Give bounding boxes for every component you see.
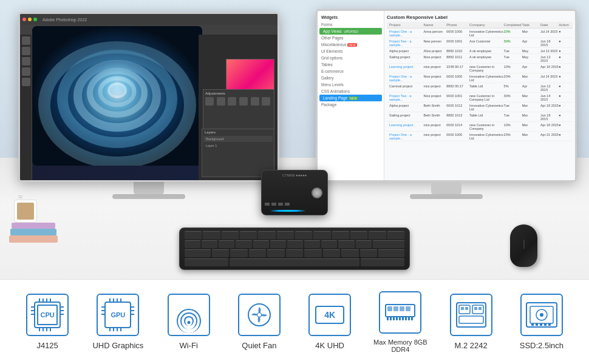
coffee-cup bbox=[14, 200, 37, 223]
gpu-pin bbox=[101, 310, 104, 311]
left-monitor-stand bbox=[134, 182, 164, 194]
key bbox=[360, 249, 378, 257]
mini-pc-logo: CTMINI ●●●●● bbox=[282, 174, 307, 177]
cup-fill bbox=[17, 203, 34, 220]
svg-rect-41 bbox=[548, 323, 551, 326]
sidebar-item-ui: UI Elements bbox=[318, 48, 384, 55]
sidebar-item-landing: Landing Page NEW bbox=[319, 95, 382, 101]
key bbox=[338, 240, 354, 248]
port-4 bbox=[285, 203, 290, 206]
key bbox=[240, 231, 257, 239]
mini-pc-power-button[interactable] bbox=[312, 187, 322, 198]
sidebar-item-gallery: Gallery bbox=[318, 75, 384, 81]
gpu-pin bbox=[109, 298, 111, 302]
key bbox=[222, 231, 239, 239]
book-top bbox=[12, 223, 55, 229]
shift-key bbox=[185, 258, 228, 266]
gpu-pin bbox=[117, 328, 118, 331]
spec-item-ram: Max Memory 8GB DDR4 bbox=[367, 291, 434, 353]
key bbox=[212, 249, 230, 257]
cpu-spec-label: J4125 bbox=[36, 341, 58, 350]
photoshop-ui: Adobe Photoshop 2022 bbox=[20, 14, 277, 180]
ps-title: Adobe Photoshop 2022 bbox=[43, 18, 87, 22]
svg-rect-15 bbox=[406, 306, 410, 311]
cpu-pin bbox=[46, 328, 47, 331]
key bbox=[203, 231, 220, 239]
mini-pc: CTMINI ●●●●● bbox=[258, 170, 331, 224]
4k-icon: 4K bbox=[315, 306, 344, 324]
key bbox=[332, 231, 349, 239]
ssd-icon-container bbox=[520, 294, 563, 336]
spec-item-4k: 4K 4K UHD bbox=[296, 294, 363, 350]
cpu-pin bbox=[39, 328, 40, 331]
key bbox=[295, 231, 312, 239]
svg-rect-40 bbox=[544, 323, 546, 326]
book-mid bbox=[10, 229, 56, 235]
svg-point-3 bbox=[78, 64, 157, 127]
m2-spec-label: M.2 2242 bbox=[455, 341, 488, 350]
svg-point-10 bbox=[257, 313, 261, 317]
fan-icon bbox=[247, 302, 272, 328]
svg-point-36 bbox=[540, 313, 543, 317]
key bbox=[373, 240, 404, 248]
cpu-pin bbox=[43, 328, 44, 331]
key bbox=[249, 249, 267, 257]
sidebar-item-ecommerce: E-commerce bbox=[318, 68, 384, 75]
svg-rect-12 bbox=[387, 306, 392, 311]
svg-rect-39 bbox=[540, 323, 542, 326]
gpu-pin bbox=[101, 314, 104, 315]
table-row: Project Two - a sample...Nice project000… bbox=[387, 93, 573, 103]
fan-icon-container bbox=[238, 294, 281, 336]
gpu-pin bbox=[131, 310, 134, 311]
wifi-dot bbox=[187, 321, 190, 324]
wave-image bbox=[32, 26, 202, 166]
key bbox=[219, 240, 234, 248]
gpu-pin bbox=[131, 306, 134, 308]
sidebar-title: Widgets bbox=[318, 13, 384, 21]
gpu-pin bbox=[109, 328, 111, 331]
spec-item-ssd: SSD:2.5inch bbox=[508, 294, 575, 350]
svg-rect-24 bbox=[411, 317, 413, 320]
cpu-pin bbox=[61, 306, 64, 308]
key bbox=[304, 249, 322, 257]
m2-icon bbox=[455, 302, 487, 328]
mini-pc-led bbox=[270, 210, 306, 212]
key bbox=[185, 231, 202, 239]
gpu-pins-top bbox=[109, 298, 121, 302]
product-photo-section: Adobe Photoshop 2022 bbox=[0, 0, 589, 279]
cpu-pin bbox=[46, 298, 47, 302]
4k-text: 4K bbox=[324, 310, 335, 320]
key bbox=[270, 240, 286, 248]
svg-rect-28 bbox=[459, 316, 483, 323]
key bbox=[321, 240, 337, 248]
mini-pc-ports bbox=[265, 203, 290, 206]
table-row: Carnival projectnice project8882 00:17Ta… bbox=[387, 83, 573, 93]
table-row: Project One - a sample...Nice project000… bbox=[387, 73, 573, 83]
svg-rect-27 bbox=[472, 305, 483, 314]
app-interface: Widgets Forms App Views UPDATED Other Pa… bbox=[318, 11, 575, 180]
table-row: Learning projectnice project0000 1014new… bbox=[387, 122, 573, 132]
ps-toolbar: Adobe Photoshop 2022 bbox=[20, 14, 277, 25]
svg-rect-37 bbox=[531, 323, 534, 326]
ram-icon-container bbox=[379, 291, 421, 334]
svg-rect-31 bbox=[474, 307, 477, 310]
key bbox=[313, 231, 330, 239]
ram-icon bbox=[384, 302, 416, 323]
key-row-2 bbox=[185, 240, 404, 248]
key bbox=[253, 240, 269, 248]
book-bottom bbox=[9, 235, 58, 243]
key bbox=[341, 249, 359, 257]
sidebar-item-forms: Forms bbox=[318, 21, 384, 28]
gpu-pin bbox=[101, 306, 104, 308]
gpu-pin bbox=[117, 298, 118, 302]
key bbox=[387, 231, 404, 239]
cpu-pin bbox=[31, 310, 34, 311]
key bbox=[185, 249, 211, 257]
key bbox=[230, 249, 248, 257]
gpu-pins-right bbox=[131, 306, 134, 315]
cpu-pins-top bbox=[39, 298, 51, 302]
key bbox=[378, 249, 404, 257]
key bbox=[356, 240, 372, 248]
port-2 bbox=[271, 203, 276, 206]
cpu-pin bbox=[39, 298, 40, 302]
